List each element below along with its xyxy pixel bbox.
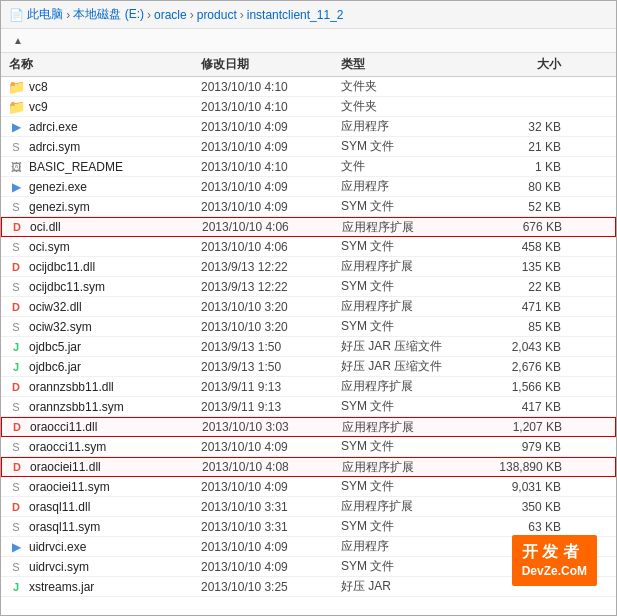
col-header-date[interactable]: 修改日期: [201, 56, 341, 73]
file-name-cell: 🖼 BASIC_README: [1, 159, 201, 175]
file-type: 应用程序: [341, 178, 471, 195]
file-icon: S: [7, 559, 25, 575]
file-name-cell: D oraociei11.dll: [2, 459, 202, 475]
breadcrumb-instantclient[interactable]: instantclient_11_2: [247, 8, 344, 22]
col-header-type[interactable]: 类型: [341, 56, 471, 73]
file-name-cell: J ojdbc6.jar: [1, 359, 201, 375]
breadcrumb-pc[interactable]: 此电脑: [27, 6, 63, 23]
file-row[interactable]: S oraociei11.sym 2013/10/10 4:09 SYM 文件 …: [1, 477, 616, 497]
file-row[interactable]: 🖼 BASIC_README 2013/10/10 4:10 文件 1 KB: [1, 157, 616, 177]
file-name-cell: D orannzsbb11.dll: [1, 379, 201, 395]
file-name-cell: S oraocci11.sym: [1, 439, 201, 455]
file-date: 2013/9/13 12:22: [201, 280, 341, 294]
file-name: orasql11.dll: [29, 500, 90, 514]
file-type: SYM 文件: [341, 398, 471, 415]
file-row[interactable]: S uidrvci.sym 2013/10/10 4:09 SYM 文件: [1, 557, 616, 577]
file-type: 好压 JAR 压缩文件: [341, 358, 471, 375]
file-row[interactable]: 📁 vc9 2013/10/10 4:10 文件夹: [1, 97, 616, 117]
file-name-cell: S orannzsbb11.sym: [1, 399, 201, 415]
file-name: ocijdbc11.sym: [29, 280, 105, 294]
file-row[interactable]: S oraocci11.sym 2013/10/10 4:09 SYM 文件 9…: [1, 437, 616, 457]
file-name-cell: S orasql11.sym: [1, 519, 201, 535]
file-row[interactable]: S ocijdbc11.sym 2013/9/13 12:22 SYM 文件 2…: [1, 277, 616, 297]
file-type: SYM 文件: [341, 438, 471, 455]
file-type: 文件夹: [341, 98, 471, 115]
file-row[interactable]: 📁 vc8 2013/10/10 4:10 文件夹: [1, 77, 616, 97]
file-row[interactable]: S oci.sym 2013/10/10 4:06 SYM 文件 458 KB: [1, 237, 616, 257]
file-row[interactable]: D oci.dll 2013/10/10 4:06 应用程序扩展 676 KB: [1, 217, 616, 237]
file-row[interactable]: D orasql11.dll 2013/10/10 3:31 应用程序扩展 35…: [1, 497, 616, 517]
file-list: 📁 vc8 2013/10/10 4:10 文件夹 📁 vc9 2013/10/…: [1, 77, 616, 615]
file-name-cell: ▶ uidrvci.exe: [1, 539, 201, 555]
file-row[interactable]: D ociw32.dll 2013/10/10 3:20 应用程序扩展 471 …: [1, 297, 616, 317]
file-size: 676 KB: [472, 220, 572, 234]
file-type: SYM 文件: [341, 138, 471, 155]
file-date: 2013/10/10 4:06: [201, 240, 341, 254]
file-date: 2013/10/10 4:09: [201, 540, 341, 554]
file-type: 应用程序扩展: [342, 459, 472, 476]
file-type: SYM 文件: [341, 198, 471, 215]
file-type: SYM 文件: [341, 518, 471, 535]
file-date: 2013/9/11 9:13: [201, 380, 341, 394]
file-row[interactable]: S orannzsbb11.sym 2013/9/11 9:13 SYM 文件 …: [1, 397, 616, 417]
file-name-cell: S ocijdbc11.sym: [1, 279, 201, 295]
file-name: ojdbc5.jar: [29, 340, 81, 354]
file-row[interactable]: S ociw32.sym 2013/10/10 3:20 SYM 文件 85 K…: [1, 317, 616, 337]
file-name-cell: D ociw32.dll: [1, 299, 201, 315]
file-icon: S: [7, 239, 25, 255]
breadcrumb[interactable]: 📄 此电脑 › 本地磁盘 (E:) › oracle › product › i…: [1, 1, 616, 29]
file-icon: S: [7, 439, 25, 455]
file-name-cell: S adrci.sym: [1, 139, 201, 155]
file-name-cell: ▶ genezi.exe: [1, 179, 201, 195]
file-row[interactable]: D oraocci11.dll 2013/10/10 3:03 应用程序扩展 1…: [1, 417, 616, 437]
file-size: 9,031 KB: [471, 480, 571, 494]
file-row[interactable]: D oraociei11.dll 2013/10/10 4:08 应用程序扩展 …: [1, 457, 616, 477]
file-name-cell: S ociw32.sym: [1, 319, 201, 335]
file-row[interactable]: S adrci.sym 2013/10/10 4:09 SYM 文件 21 KB: [1, 137, 616, 157]
file-name-cell: D oraocci11.dll: [2, 419, 202, 435]
file-name: uidrvci.exe: [29, 540, 86, 554]
file-row[interactable]: S genezi.sym 2013/10/10 4:09 SYM 文件 52 K…: [1, 197, 616, 217]
file-icon: 🖼: [7, 159, 25, 175]
file-date: 2013/10/10 4:09: [201, 140, 341, 154]
file-name-cell: J xstreams.jar: [1, 579, 201, 595]
file-type: 好压 JAR 压缩文件: [341, 338, 471, 355]
file-row[interactable]: ▶ adrci.exe 2013/10/10 4:09 应用程序 32 KB: [1, 117, 616, 137]
file-type: SYM 文件: [341, 558, 471, 575]
file-size: 52 KB: [471, 200, 571, 214]
file-type: 应用程序: [341, 538, 471, 555]
breadcrumb-drive[interactable]: 本地磁盘 (E:): [73, 6, 144, 23]
file-row[interactable]: ▶ genezi.exe 2013/10/10 4:09 应用程序 80 KB: [1, 177, 616, 197]
file-row[interactable]: J xstreams.jar 2013/10/10 3:25 好压 JAR: [1, 577, 616, 597]
file-row[interactable]: D orannzsbb11.dll 2013/9/11 9:13 应用程序扩展 …: [1, 377, 616, 397]
file-name-cell: S oraociei11.sym: [1, 479, 201, 495]
col-header-size[interactable]: 大小: [471, 56, 571, 73]
breadcrumb-oracle[interactable]: oracle: [154, 8, 187, 22]
file-date: 2013/10/10 4:10: [201, 160, 341, 174]
file-date: 2013/10/10 4:10: [201, 80, 341, 94]
breadcrumb-icon: 📄: [9, 8, 24, 22]
file-icon: D: [8, 419, 26, 435]
file-name: xstreams.jar: [29, 580, 94, 594]
file-name-cell: S oci.sym: [1, 239, 201, 255]
file-row[interactable]: S orasql11.sym 2013/10/10 3:31 SYM 文件 63…: [1, 517, 616, 537]
explorer-window: 📄 此电脑 › 本地磁盘 (E:) › oracle › product › i…: [0, 0, 617, 616]
file-size: 1,566 KB: [471, 380, 571, 394]
sort-arrow: ▲: [13, 35, 23, 46]
file-row[interactable]: J ojdbc6.jar 2013/9/13 1:50 好压 JAR 压缩文件 …: [1, 357, 616, 377]
breadcrumb-product[interactable]: product: [197, 8, 237, 22]
file-size: 1,207 KB: [472, 420, 572, 434]
file-icon: D: [8, 219, 26, 235]
file-size: 1 KB: [471, 160, 571, 174]
file-icon: S: [7, 199, 25, 215]
file-row[interactable]: J ojdbc5.jar 2013/9/13 1:50 好压 JAR 压缩文件 …: [1, 337, 616, 357]
file-row[interactable]: D ocijdbc11.dll 2013/9/13 12:22 应用程序扩展 1…: [1, 257, 616, 277]
file-name-cell: ▶ adrci.exe: [1, 119, 201, 135]
file-type: SYM 文件: [341, 318, 471, 335]
column-headers: 名称 修改日期 类型 大小: [1, 53, 616, 77]
file-type: 应用程序扩展: [342, 219, 472, 236]
col-header-name[interactable]: 名称: [1, 56, 201, 73]
file-row[interactable]: ▶ uidrvci.exe 2013/10/10 4:09 应用程序: [1, 537, 616, 557]
file-date: 2013/10/10 4:09: [201, 120, 341, 134]
file-size: 80 KB: [471, 180, 571, 194]
